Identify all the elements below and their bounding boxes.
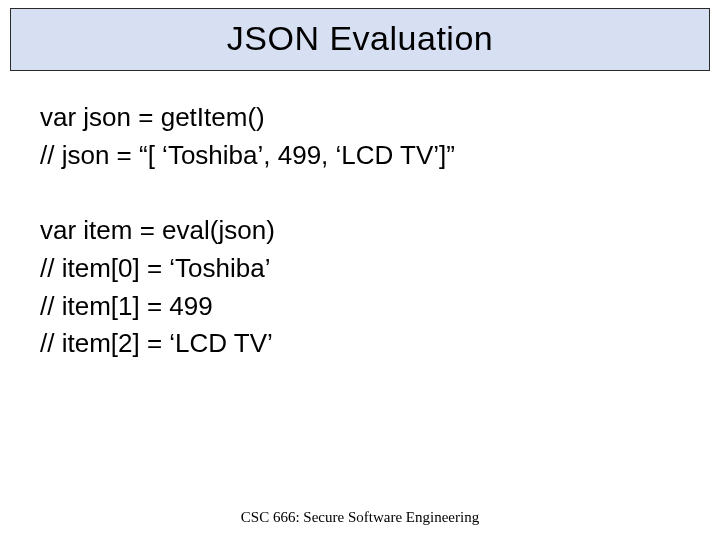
slide-title: JSON Evaluation <box>11 19 709 58</box>
title-bar: JSON Evaluation <box>10 8 710 71</box>
code-line: // item[0] = ‘Toshiba’ <box>40 250 680 288</box>
code-line: // item[2] = ‘LCD TV’ <box>40 325 680 363</box>
code-line: var item = eval(json) <box>40 212 680 250</box>
slide-content: var json = getItem() // json = “[ ‘Toshi… <box>0 71 720 363</box>
slide-footer: CSC 666: Secure Software Engineering <box>0 509 720 526</box>
code-line: var json = getItem() <box>40 99 680 137</box>
code-line: // item[1] = 499 <box>40 288 680 326</box>
code-line: // json = “[ ‘Toshiba’, 499, ‘LCD TV’]” <box>40 137 680 175</box>
